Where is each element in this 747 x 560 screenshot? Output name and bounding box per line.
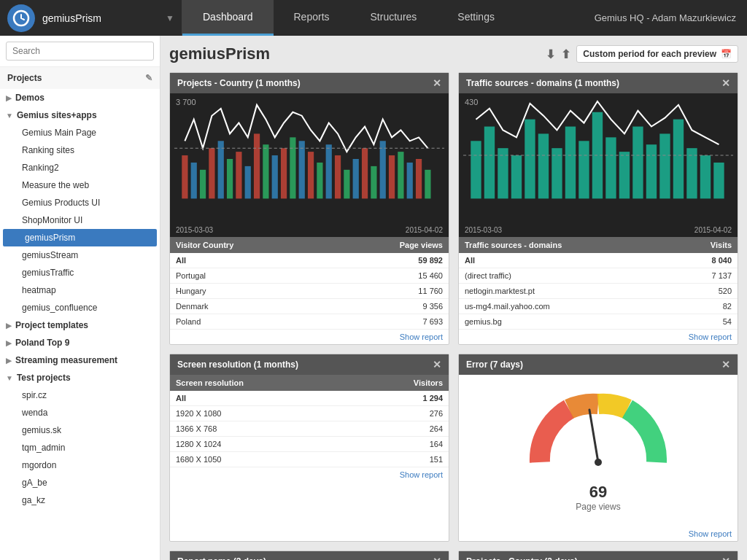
- cell-country: Poland: [170, 314, 325, 330]
- widget-projects-country: Projects - Country (1 months) ✕ 3 700: [169, 72, 449, 345]
- table-row: Hungary 11 760: [170, 284, 449, 299]
- sidebar-item-gemiusstream[interactable]: gemiusStream: [0, 246, 160, 264]
- close-icon[interactable]: ✕: [721, 359, 730, 370]
- svg-rect-43: [646, 144, 657, 198]
- svg-rect-38: [578, 141, 589, 198]
- widget-header-projects-country: Projects - Country (1 months) ✕: [170, 73, 449, 93]
- sidebar-item-poland-top9[interactable]: ▶ Poland Top 9: [0, 334, 160, 351]
- sidebar-item-label: heatmap: [22, 285, 56, 295]
- sidebar-item-ranking2[interactable]: Ranking2: [0, 159, 160, 176]
- edit-icon[interactable]: ✎: [145, 73, 152, 83]
- svg-rect-23: [380, 141, 386, 198]
- table-header-col2: Visitors: [354, 375, 449, 391]
- sidebar-item-gemius-products-ui[interactable]: Gemius Products UI: [0, 194, 160, 211]
- svg-rect-16: [317, 163, 322, 198]
- cell-country: Portugal: [170, 268, 325, 284]
- svg-rect-18: [335, 155, 341, 198]
- close-icon[interactable]: ✕: [433, 77, 441, 89]
- sidebar-item-gemius-sk[interactable]: gemius.sk: [0, 421, 160, 439]
- svg-rect-8: [245, 166, 251, 198]
- cell-resolution: 1680 X 1050: [170, 452, 354, 467]
- table-row: 1280 X 1024 164: [170, 437, 449, 452]
- show-report-link[interactable]: Show report: [170, 467, 449, 482]
- sidebar-item-ga-be[interactable]: gA_be: [0, 474, 160, 491]
- sidebar-item-gemius-confluence[interactable]: gemius_confluence: [0, 299, 160, 316]
- show-report-link[interactable]: Show report: [459, 526, 738, 541]
- table-row: Portugal 15 460: [170, 268, 449, 284]
- calendar-icon: 📅: [721, 49, 732, 59]
- search-input[interactable]: [6, 42, 154, 61]
- show-report-link[interactable]: Show report: [170, 330, 449, 344]
- sidebar-item-tqm-admin[interactable]: tqm_admin: [0, 439, 160, 456]
- download-icon[interactable]: ⬇: [546, 47, 555, 61]
- widget-title: Projects - Country (1 months): [177, 78, 301, 88]
- cell-resolution: All: [170, 391, 354, 406]
- svg-rect-19: [344, 170, 349, 199]
- svg-rect-26: [407, 163, 413, 198]
- table-row: All 8 040: [459, 253, 738, 268]
- cell-source: (direct traffic): [459, 268, 673, 284]
- sidebar-item-measure-the-web[interactable]: Measure the web: [0, 176, 160, 194]
- cell-visitors: 164: [354, 437, 449, 452]
- cell-country: Hungary: [170, 284, 325, 299]
- sidebar-item-gemius-sites[interactable]: ▼ Gemius sites+apps: [0, 106, 160, 124]
- close-icon[interactable]: ✕: [433, 556, 441, 560]
- arrow-right-icon: ▶: [6, 339, 12, 347]
- period-selector[interactable]: Custom period for each preview 📅: [576, 45, 738, 63]
- chart-x-start: 2015-03-03: [465, 226, 502, 234]
- sidebar-item-label: Test projects: [17, 373, 71, 383]
- sidebar-item-heatmap[interactable]: heatmap: [0, 281, 160, 299]
- close-icon[interactable]: ✕: [433, 359, 441, 370]
- sidebar-item-demos[interactable]: ▶ Demos: [0, 89, 160, 106]
- cell-pageviews: 59 892: [325, 253, 449, 268]
- sidebar-item-label: ShopMonitor UI: [22, 215, 82, 225]
- svg-rect-12: [281, 148, 287, 198]
- cell-source: All: [459, 253, 673, 268]
- arrow-right-icon: ▶: [6, 322, 12, 330]
- sidebar-item-mgordon[interactable]: mgordon: [0, 456, 160, 474]
- sidebar-item-ranking-sites[interactable]: Ranking sites: [0, 141, 160, 159]
- sidebar-item-streaming-measurement[interactable]: ▶ Streaming measurement: [0, 351, 160, 369]
- sidebar-item-gemius-main-page[interactable]: Gemius Main Page: [0, 124, 160, 141]
- sidebar-item-gemiustraffic[interactable]: gemiusTraffic: [0, 264, 160, 281]
- tab-dashboard[interactable]: Dashboard: [182, 0, 274, 36]
- table-row: gemius.bg 54: [459, 314, 738, 330]
- tab-settings[interactable]: Settings: [437, 0, 515, 36]
- sidebar-search-area: [0, 36, 160, 67]
- cell-resolution: 1920 X 1080: [170, 406, 354, 421]
- arrow-right-icon: ▶: [6, 94, 12, 102]
- sidebar-item-label: gemius_confluence: [22, 303, 97, 313]
- svg-rect-21: [362, 148, 368, 198]
- cell-visits: 8 040: [673, 253, 738, 268]
- dropdown-arrow-icon[interactable]: ▼: [166, 13, 174, 23]
- sidebar-item-wenda[interactable]: wenda: [0, 404, 160, 421]
- table-row: Denmark 9 356: [170, 299, 449, 314]
- tab-structures[interactable]: Structures: [350, 0, 438, 36]
- sidebar-item-gemiusprism[interactable]: gemiusPrism: [3, 229, 157, 246]
- svg-rect-10: [263, 144, 268, 198]
- widget-projects-country-2days: Projects - Country (2 days) ✕ Visitor Co…: [458, 551, 738, 560]
- table-row: (direct traffic) 7 137: [459, 268, 738, 284]
- close-icon[interactable]: ✕: [721, 77, 730, 89]
- close-icon[interactable]: ✕: [721, 556, 730, 560]
- projects-header[interactable]: Projects ✎: [0, 67, 160, 89]
- sidebar-item-project-templates[interactable]: ▶ Project templates: [0, 316, 160, 334]
- table-row: us-mg4.mail.yahoo.com 82: [459, 299, 738, 314]
- show-report-link[interactable]: Show report: [459, 330, 738, 344]
- cell-pageviews: 11 760: [325, 284, 449, 299]
- sidebar: Projects ✎ ▶ Demos ▼ Gemius sites+apps G…: [0, 36, 160, 560]
- main-content: gemiusPrism ⬇ ⬆ Custom period for each p…: [160, 36, 747, 560]
- gauge-value: 69: [589, 483, 607, 502]
- sidebar-item-shopmonitor-ui[interactable]: ShopMonitor UI: [0, 211, 160, 229]
- cell-source: netlogin.marktest.pt: [459, 284, 673, 299]
- widget-error: Error (7 days) ✕: [458, 354, 738, 542]
- sidebar-item-spir-cz[interactable]: spir.cz: [0, 386, 160, 404]
- sidebar-item-label: Gemius sites+apps: [17, 110, 97, 120]
- tab-reports[interactable]: Reports: [274, 0, 350, 36]
- widget-header-traffic: Traffic sources - domains (1 months) ✕: [459, 73, 738, 93]
- sidebar-item-test-projects[interactable]: ▼ Test projects: [0, 369, 160, 386]
- svg-rect-30: [471, 141, 481, 198]
- share-icon[interactable]: ⬆: [561, 47, 570, 61]
- sidebar-item-ga-kz[interactable]: ga_kz: [0, 491, 160, 509]
- sidebar-item-label: Gemius Products UI: [22, 198, 100, 208]
